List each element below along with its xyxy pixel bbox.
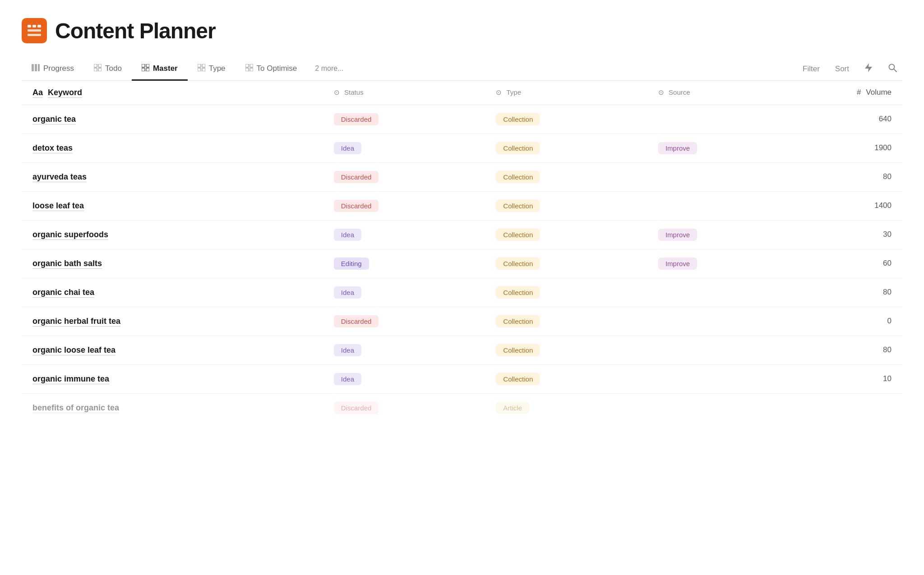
cell-source[interactable] xyxy=(647,162,798,191)
type-badge[interactable]: Collection xyxy=(496,258,540,270)
type-badge[interactable]: Collection xyxy=(496,200,540,212)
status-badge[interactable]: Discarded xyxy=(334,200,379,212)
cell-keyword: detox teas xyxy=(22,133,323,162)
type-badge[interactable]: Collection xyxy=(496,344,540,356)
cell-status[interactable]: Discarded xyxy=(323,191,485,220)
status-badge[interactable]: Discarded xyxy=(334,402,379,414)
cell-type[interactable]: Collection xyxy=(485,191,647,220)
table-row[interactable]: organic loose leaf teaIdeaCollection80 xyxy=(22,336,902,364)
table-row[interactable]: detox teasIdeaCollectionImprove1900 xyxy=(22,133,902,162)
cell-status[interactable]: Idea xyxy=(323,220,485,249)
cell-status[interactable]: Discarded xyxy=(323,307,485,336)
cell-type[interactable]: Collection xyxy=(485,364,647,393)
svg-rect-12 xyxy=(142,64,145,67)
tab-progress[interactable]: Progress xyxy=(22,58,84,81)
type-badge[interactable]: Collection xyxy=(496,315,540,327)
cell-source[interactable] xyxy=(647,191,798,220)
type-badge[interactable]: Article xyxy=(496,402,529,414)
cell-volume: 80 xyxy=(798,278,902,307)
cell-volume: 80 xyxy=(798,162,902,191)
cell-type[interactable]: Collection xyxy=(485,249,647,278)
status-badge[interactable]: Idea xyxy=(334,142,361,154)
svg-rect-15 xyxy=(146,68,149,71)
search-button[interactable] xyxy=(886,61,899,76)
cell-source[interactable] xyxy=(647,307,798,336)
tab-master[interactable]: Master xyxy=(132,58,188,81)
table-row[interactable]: organic chai teaIdeaCollection80 xyxy=(22,278,902,307)
svg-rect-1 xyxy=(32,25,36,28)
cell-type[interactable]: Collection xyxy=(485,307,647,336)
table-row[interactable]: organic herbal fruit teaDiscardedCollect… xyxy=(22,307,902,336)
cell-source[interactable]: Improve xyxy=(647,249,798,278)
cell-keyword: loose leaf tea xyxy=(22,191,323,220)
cell-keyword: organic chai tea xyxy=(22,278,323,307)
status-badge[interactable]: Idea xyxy=(334,286,361,299)
table-row[interactable]: ayurveda teasDiscardedCollection80 xyxy=(22,162,902,191)
tabs-left: Progress Todo Master Type xyxy=(22,58,801,80)
type-badge[interactable]: Collection xyxy=(496,373,540,385)
cell-type[interactable]: Collection xyxy=(485,220,647,249)
cell-status[interactable]: Idea xyxy=(323,278,485,307)
cell-source[interactable] xyxy=(647,336,798,364)
status-badge[interactable]: Discarded xyxy=(334,315,379,327)
source-badge[interactable]: Improve xyxy=(658,258,697,270)
cell-type[interactable]: Collection xyxy=(485,162,647,191)
table-row[interactable]: organic teaDiscardedCollection640 xyxy=(22,105,902,133)
cell-status[interactable]: Idea xyxy=(323,364,485,393)
tab-type[interactable]: Type xyxy=(188,58,236,81)
cell-keyword: organic superfoods xyxy=(22,220,323,249)
table-row[interactable]: organic immune teaIdeaCollection10 xyxy=(22,364,902,393)
source-badge[interactable]: Improve xyxy=(658,229,697,241)
cell-source[interactable] xyxy=(647,364,798,393)
cell-source[interactable] xyxy=(647,105,798,133)
lightning-button[interactable] xyxy=(863,61,874,77)
status-badge[interactable]: Idea xyxy=(334,344,361,356)
type-badge[interactable]: Collection xyxy=(496,171,540,183)
svg-rect-17 xyxy=(202,64,205,67)
cell-status[interactable]: Discarded xyxy=(323,393,485,422)
type-badge[interactable]: Collection xyxy=(496,113,540,125)
header: Content Planner xyxy=(22,18,902,43)
status-badge[interactable]: Idea xyxy=(334,229,361,241)
cell-status[interactable]: Discarded xyxy=(323,105,485,133)
col-header-source-prefix: ⊙ xyxy=(658,88,664,96)
cell-type[interactable]: Article xyxy=(485,393,647,422)
cell-type[interactable]: Collection xyxy=(485,278,647,307)
cell-volume: 30 xyxy=(798,220,902,249)
cell-source[interactable]: Improve xyxy=(647,220,798,249)
svg-rect-3 xyxy=(28,29,41,32)
svg-rect-2 xyxy=(37,25,41,28)
tab-to-optimise-label: To Optimise xyxy=(257,64,297,73)
type-badge[interactable]: Collection xyxy=(496,286,540,299)
cell-source[interactable] xyxy=(647,278,798,307)
cell-source[interactable] xyxy=(647,393,798,422)
status-badge[interactable]: Editing xyxy=(334,258,369,270)
source-badge[interactable]: Improve xyxy=(658,142,697,154)
type-badge[interactable]: Collection xyxy=(496,229,540,241)
cell-status[interactable]: Idea xyxy=(323,133,485,162)
cell-keyword: organic herbal fruit tea xyxy=(22,307,323,336)
type-badge[interactable]: Collection xyxy=(496,142,540,154)
col-header-status-label: Status xyxy=(344,88,364,96)
filter-button[interactable]: Filter xyxy=(801,63,822,75)
tab-type-icon xyxy=(198,64,205,73)
cell-status[interactable]: Idea xyxy=(323,336,485,364)
table-row[interactable]: benefits of organic teaDiscardedArticle xyxy=(22,393,902,422)
status-badge[interactable]: Discarded xyxy=(334,113,379,125)
table-row[interactable]: organic superfoodsIdeaCollectionImprove3… xyxy=(22,220,902,249)
cell-type[interactable]: Collection xyxy=(485,133,647,162)
status-badge[interactable]: Discarded xyxy=(334,171,379,183)
table-row[interactable]: organic bath saltsEditingCollectionImpro… xyxy=(22,249,902,278)
tabs-bar: Progress Todo Master Type xyxy=(22,58,902,81)
cell-type[interactable]: Collection xyxy=(485,336,647,364)
table-row[interactable]: loose leaf teaDiscardedCollection1400 xyxy=(22,191,902,220)
cell-status[interactable]: Editing xyxy=(323,249,485,278)
tab-more[interactable]: 2 more... xyxy=(307,58,351,80)
sort-button[interactable]: Sort xyxy=(833,63,851,75)
cell-status[interactable]: Discarded xyxy=(323,162,485,191)
tab-to-optimise[interactable]: To Optimise xyxy=(236,58,307,81)
tab-todo[interactable]: Todo xyxy=(84,58,132,81)
cell-type[interactable]: Collection xyxy=(485,105,647,133)
cell-source[interactable]: Improve xyxy=(647,133,798,162)
status-badge[interactable]: Idea xyxy=(334,373,361,385)
